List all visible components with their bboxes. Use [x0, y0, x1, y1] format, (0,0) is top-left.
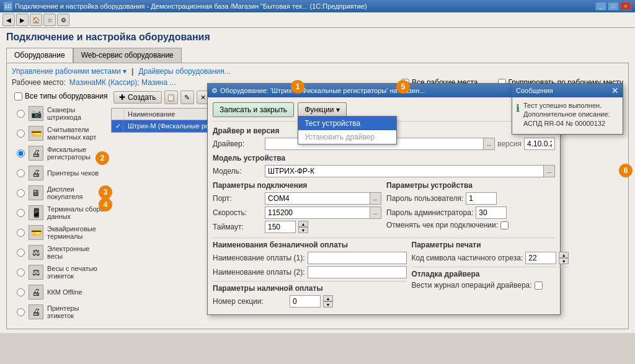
cut-code-row: Код символа частичного отреза: ▲ ▼	[412, 252, 569, 264]
message-text: Тест успешно выполнен. Дополнительное оп…	[523, 101, 619, 128]
sidebar-item-kkm[interactable]: 🖨 ККМ Offline	[14, 283, 109, 301]
cancel-check-input[interactable]	[500, 221, 508, 229]
functions-btn[interactable]: Функции ▾	[298, 102, 347, 117]
copy-btn[interactable]: 📋	[164, 91, 178, 104]
create-label: Создать	[128, 93, 156, 102]
admin-pass-row: Пароль администратора:	[386, 206, 555, 219]
port-input[interactable]	[265, 192, 370, 205]
sidebar-item-fiscal[interactable]: 🖨 Фискальные регистраторы	[14, 144, 109, 162]
sidebar-item-magcards[interactable]: 💳 Считыватели магнитных карт	[14, 124, 109, 143]
section-up[interactable]: ▲	[323, 295, 333, 301]
cut-up[interactable]: ▲	[559, 252, 569, 258]
cancel-check-row: Отменять чек при подключении:	[386, 221, 555, 229]
settings-btn[interactable]: ⚙	[57, 14, 69, 26]
close-btn[interactable]: ×	[620, 2, 631, 11]
workplace-link[interactable]: Управление рабочими местами ▾	[12, 67, 127, 76]
kkm-label: ККМ Offline	[47, 288, 82, 296]
sidebar-item-printers[interactable]: 🖨 Принтеры чеков	[14, 164, 109, 182]
sidebar-item-terminals[interactable]: 📱 Терминалы сбора данных	[14, 203, 109, 222]
window-controls[interactable]: _ □ ×	[595, 2, 631, 11]
payment-section: Наименования безналичной оплаты Наименов…	[213, 241, 407, 309]
scales-label: Электронные весы	[47, 245, 106, 260]
test-device-item[interactable]: Тест устройства	[298, 117, 396, 130]
print-section: Параметры печати Код символа частичного …	[412, 241, 569, 309]
speed-row: Скорость: ...	[213, 206, 381, 219]
payment2-input[interactable]	[308, 266, 407, 278]
all-types-check[interactable]: Все типы оборудования	[14, 92, 107, 100]
scanners-icon: 📷	[29, 106, 43, 121]
scanners-label: Сканеры штрихкода	[47, 106, 106, 121]
label-scales-icon: ⚖	[29, 265, 43, 280]
timeout-up[interactable]: ▲	[298, 221, 308, 227]
version-input[interactable]: 4.10.0.290	[524, 138, 555, 150]
speed-btn[interactable]: ...	[370, 206, 381, 219]
modal-body: Записать и закрыть Функции ▾ Тест устрой…	[208, 97, 560, 314]
sidebar-item-scales[interactable]: ⚖ Электронные весы	[14, 243, 109, 262]
messages-panel: Сообщения ✕ ℹ Тест успешно выполнен. Доп…	[512, 83, 623, 135]
messages-titlebar: Сообщения ✕	[512, 84, 623, 97]
cash-title: Параметры наличной оплаты	[213, 284, 407, 293]
user-pass-input[interactable]	[466, 192, 497, 205]
speed-label: Скорость:	[213, 208, 262, 217]
acquiring-icon: 💳	[29, 225, 43, 240]
admin-pass-input[interactable]	[476, 206, 507, 219]
displays-label: Дисплеи покупателя	[47, 185, 106, 200]
sidebar-item-acquiring[interactable]: 💳 Эквайринговые терминалы	[14, 223, 109, 242]
connection-section: Параметры подключения Порт: ... Ск	[213, 181, 381, 235]
save-close-btn[interactable]: Записать и закрыть	[213, 102, 294, 117]
annotation-2: 2	[95, 151, 109, 165]
home-btn[interactable]: 🏠	[30, 14, 42, 26]
user-pass-row: Пароль пользователя:	[386, 192, 555, 205]
log-input[interactable]	[535, 282, 543, 290]
messages-title-text: Сообщения	[516, 87, 611, 94]
displays-icon: 🖥	[29, 185, 43, 200]
back-btn[interactable]: ◀	[2, 14, 15, 26]
tab-web[interactable]: Web-сервис оборудование	[73, 48, 182, 63]
sidebar-item-scanners[interactable]: 📷 Сканеры штрихкода	[14, 104, 109, 123]
sidebar-item-label-printers[interactable]: 🖨 Принтеры этикеток	[14, 303, 109, 321]
port-row: Порт: ...	[213, 192, 381, 205]
create-btn[interactable]: ✚ Создать	[113, 91, 162, 104]
port-input-group: ...	[265, 192, 381, 205]
model-btn[interactable]: ...	[544, 165, 555, 177]
tab-equipment[interactable]: Оборудование	[6, 48, 73, 63]
print-title: Параметры печати	[412, 241, 569, 249]
cut-down[interactable]: ▼	[559, 258, 569, 264]
cut-spinner[interactable]: ▲ ▼	[559, 252, 569, 264]
messages-body: ℹ Тест успешно выполнен. Дополнительное …	[512, 97, 623, 134]
all-types-input[interactable]	[14, 92, 22, 100]
model-row: Модель: ...	[213, 165, 555, 177]
timeout-spinner[interactable]: ▲ ▼	[298, 221, 308, 233]
messages-close-icon[interactable]: ✕	[611, 86, 619, 95]
workplace-value[interactable]: МазинаМК (Кассир); Мазина ...	[69, 78, 176, 87]
section-num-input[interactable]	[290, 295, 321, 308]
row-check: ✓	[112, 120, 124, 132]
payment-title: Наименования безналичной оплаты	[213, 241, 407, 249]
payment1-row: Наименование оплаты (1):	[213, 252, 407, 264]
sidebar-item-displays[interactable]: 🖥 Дисплеи покупателя	[14, 184, 109, 202]
sidebar-item-label-scales[interactable]: ⚖ Весы с печатью этикеток	[14, 263, 109, 282]
maximize-btn[interactable]: □	[608, 2, 619, 11]
section-spinner[interactable]: ▲ ▼	[323, 295, 333, 308]
timeout-input[interactable]	[265, 221, 296, 233]
install-driver-item[interactable]: Установить драйвер	[298, 130, 396, 144]
model-section: Модель устройства Модель: ...	[213, 154, 555, 177]
favorite-btn[interactable]: ☆	[43, 14, 56, 26]
driver-btn[interactable]: ...	[484, 138, 495, 150]
annotation-1: 1	[291, 80, 304, 94]
payment1-input[interactable]	[308, 252, 407, 264]
printers-label: Принтеры чеков	[47, 169, 99, 177]
section-down[interactable]: ▼	[323, 301, 333, 308]
title-text: Подключение и настройка оборудования - Д…	[15, 2, 593, 10]
forward-btn[interactable]: ▶	[16, 14, 29, 26]
magcards-icon: 💳	[29, 126, 43, 141]
drivers-link[interactable]: Драйверы оборудования...	[138, 67, 231, 76]
model-input[interactable]	[265, 165, 544, 177]
cut-code-input[interactable]	[525, 252, 556, 264]
edit-btn[interactable]: ✎	[180, 91, 194, 104]
tab-content: Управление рабочими местами ▾ | Драйверы…	[6, 63, 629, 329]
minimize-btn[interactable]: _	[595, 2, 606, 11]
timeout-down[interactable]: ▼	[298, 227, 308, 233]
port-btn[interactable]: ...	[370, 192, 381, 205]
speed-input[interactable]	[265, 206, 370, 219]
